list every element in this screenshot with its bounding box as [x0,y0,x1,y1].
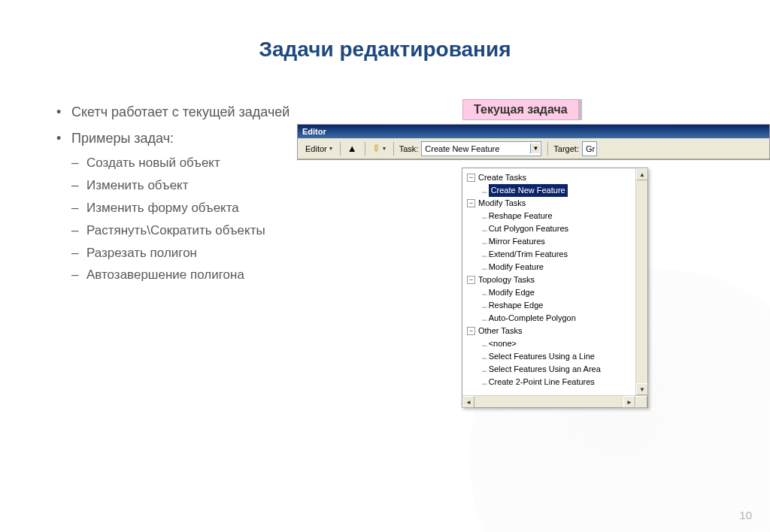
tree-line-icon: … [482,184,487,197]
tree-leaf-label: Create New Feature [489,184,568,197]
tree-leaf-label: Create 2-Point Line Features [489,376,595,388]
pointer-icon: ▲ [347,144,357,153]
pencil-icon: ✎ [369,141,383,155]
target-label: Target: [553,144,579,153]
tree-leaf-label: Auto-Complete Polygon [489,312,576,325]
tree-group[interactable]: −Topology Tasks [464,274,646,286]
tree-line-icon: … [482,337,487,350]
tree-leaf-label: Select Features Using an Area [489,363,601,376]
scroll-left-button[interactable]: ◄ [462,396,474,408]
tree-line-icon: … [482,376,487,388]
bullet-item: Скетч работает с текущей задачей [56,103,297,122]
tree-line-icon: … [482,210,487,222]
tree-leaf[interactable]: …Modify Edge [464,286,646,299]
tree-line-icon: … [482,286,487,299]
toolbar-separator [547,142,548,156]
resize-grip[interactable] [635,396,647,408]
sub-bullet: Создать новый объект [71,154,297,172]
toolbar-separator [365,142,365,156]
horizontal-scrollbar[interactable]: ◄ ► [462,395,647,407]
page-number: 10 [739,509,752,521]
collapse-icon: − [467,327,475,335]
tree-leaf[interactable]: …Auto-Complete Polygon [464,312,646,325]
pointer-tool-button[interactable]: ▲ [343,142,362,155]
tree-leaf[interactable]: …Extend/Trim Features [464,248,646,261]
tree-leaf[interactable]: …Reshape Feature [464,210,646,222]
tree-group[interactable]: −Create Tasks [464,171,646,184]
tree-leaf-label: Modify Edge [489,286,535,299]
tree-group-label: Other Tasks [478,325,523,337]
tree-line-icon: … [482,350,487,363]
tree-leaf[interactable]: …Select Features Using an Area [464,363,646,376]
tree-line-icon: … [482,312,487,325]
tree-leaf-label: <none> [489,337,517,350]
editor-toolbar: Editor ▲ ✎ Task: Create New Feature ▼ Ta… [298,138,769,159]
tree-leaf[interactable]: …<none> [464,337,646,350]
bullet-label: Примеры задач: [71,131,174,146]
tree-leaf[interactable]: …Cut Polygon Features [464,222,646,235]
tree-leaf-label: Modify Feature [489,261,544,274]
content-area: Скетч работает с текущей задачей Примеры… [0,103,770,292]
tree-group-label: Modify Tasks [478,197,526,210]
tree-leaf-selected[interactable]: …Create New Feature [464,184,646,197]
tree-group[interactable]: −Other Tasks [464,325,646,337]
tree-leaf[interactable]: …Modify Feature [464,261,646,274]
sub-bullet: Растянуть\Сократить объекты [71,222,297,240]
editor-window: Editor Editor ▲ ✎ Task: Create New Featu… [297,124,770,160]
scroll-right-button[interactable]: ► [623,396,635,408]
sketch-tool-button[interactable]: ✎ [368,141,390,156]
sub-bullet: Автозавершение полигона [71,266,297,284]
tree-leaf-label: Reshape Feature [489,210,553,222]
tree-leaf[interactable]: …Create 2-Point Line Features [464,376,646,388]
toolbar-separator [393,142,394,156]
tree-group-label: Create Tasks [478,171,526,184]
collapse-icon: − [467,174,475,182]
vertical-scrollbar[interactable]: ▲ ▼ [635,168,647,395]
scroll-up-button[interactable]: ▲ [636,168,648,180]
tree-group[interactable]: −Modify Tasks [464,197,646,210]
tree-leaf[interactable]: …Reshape Edge [464,299,646,312]
editor-menu-label: Editor [305,144,327,153]
tree-leaf-label: Select Features Using a Line [489,350,595,363]
slide-title: Задачи редактирования [0,38,770,62]
bullet-column: Скетч работает с текущей задачей Примеры… [56,103,297,292]
tree-line-icon: … [482,235,487,248]
tree-leaf[interactable]: …Select Features Using a Line [464,350,646,363]
sub-bullet: Изменить объект [71,177,297,195]
tree-leaf-label: Extend/Trim Features [489,248,568,261]
task-combo-value: Create New Feature [425,144,499,153]
sub-bullet: Изменить форму объекта [71,199,297,217]
editor-menu-button[interactable]: Editor [301,143,337,155]
task-tree-panel: −Create Tasks …Create New Feature −Modif… [462,168,648,408]
tree-line-icon: … [482,363,487,376]
sub-bullet: Разрезать полигон [71,244,297,262]
collapse-icon: − [467,199,475,207]
collapse-icon: − [467,276,475,284]
tree-line-icon: … [482,248,487,261]
screenshot-column: Текущая задача Editor Editor ▲ ✎ Task: C… [297,103,725,292]
bullet-item: Примеры задач: Создать новый объект Изме… [56,129,297,284]
editor-titlebar: Editor [298,125,769,138]
tree-leaf[interactable]: …Mirror Features [464,235,646,248]
tree-line-icon: … [482,222,487,235]
toolbar-separator [340,142,341,156]
task-combo[interactable]: Create New Feature ▼ [421,141,541,156]
tree-line-icon: … [482,299,487,312]
task-label: Task: [399,144,419,153]
chevron-down-icon: ▼ [530,144,540,153]
tree-leaf-label: Mirror Features [489,235,545,248]
target-combo[interactable]: Gr [582,141,597,156]
tree-line-icon: … [482,261,487,274]
tree-leaf-label: Reshape Edge [489,299,544,312]
target-combo-value: Gr [586,144,595,153]
callout-label: Текущая задача [462,99,579,120]
tree-leaf-label: Cut Polygon Features [489,222,568,235]
tree-group-label: Topology Tasks [478,274,535,286]
scroll-down-button[interactable]: ▼ [636,383,648,395]
